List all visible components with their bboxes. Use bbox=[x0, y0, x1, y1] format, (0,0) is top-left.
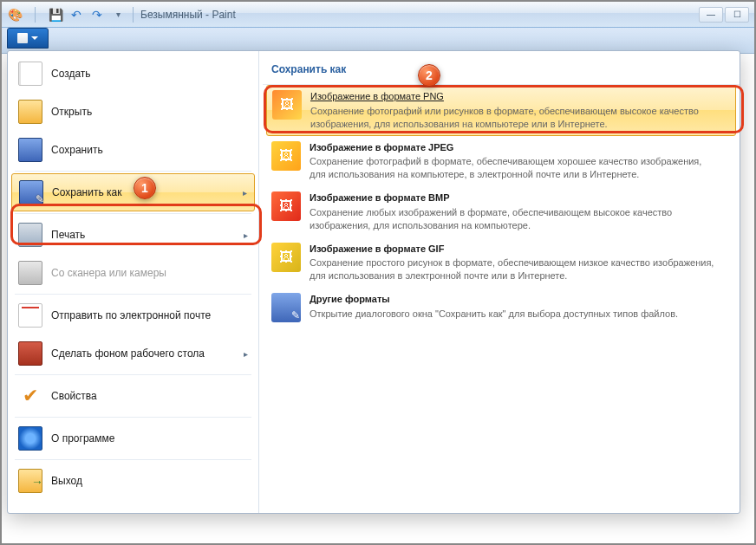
save-icon[interactable]: 💾 bbox=[48, 7, 63, 23]
menu-item-label: Печать bbox=[51, 229, 85, 241]
undo-icon[interactable]: ↶ bbox=[68, 7, 84, 23]
format-desc: Сохранение фотографий или рисунков в фор… bbox=[310, 105, 718, 131]
menu-divider bbox=[15, 171, 251, 172]
save-as-icon bbox=[19, 180, 43, 204]
bmp-format-icon: 🖼 bbox=[271, 191, 301, 221]
window-title: Безымянный - Paint bbox=[140, 9, 236, 21]
menu-item-save-as[interactable]: Сохранить как ▸ bbox=[11, 173, 255, 211]
menu-divider bbox=[15, 213, 251, 214]
format-text: Изображение в формате JPEG Сохранение фо… bbox=[310, 141, 717, 182]
desktop-bg-icon bbox=[18, 341, 42, 366]
chevron-down-icon bbox=[31, 36, 38, 40]
new-file-icon bbox=[18, 62, 42, 86]
minimize-button[interactable]: — bbox=[699, 7, 723, 23]
jpeg-format-icon: 🖼 bbox=[271, 141, 301, 171]
save-disk-icon bbox=[18, 138, 42, 162]
envelope-icon bbox=[18, 303, 42, 328]
png-format-icon: 🖼 bbox=[272, 90, 302, 120]
title-bar: 🎨 💾 ↶ ↷ ▾ Безымянный - Paint — ☐ bbox=[2, 2, 754, 28]
menu-item-about[interactable]: О программе bbox=[8, 419, 258, 457]
format-title: Изображение в формате GIF bbox=[310, 243, 717, 256]
menu-divider bbox=[15, 417, 251, 418]
menu-item-scanner: Со сканера или камеры bbox=[8, 254, 258, 292]
menu-item-label: Открыть bbox=[51, 106, 92, 118]
quick-access-toolbar: 🎨 💾 ↶ ↷ ▾ bbox=[7, 7, 126, 23]
menu-item-send-email[interactable]: Отправить по электронной почте bbox=[8, 296, 258, 334]
printer-icon bbox=[18, 223, 42, 247]
paint-app-icon: 🎨 bbox=[7, 7, 23, 23]
format-option-gif[interactable]: 🖼 Изображение в формате GIF Сохранение п… bbox=[263, 237, 740, 289]
gif-format-icon: 🖼 bbox=[271, 243, 301, 272]
exit-icon bbox=[18, 469, 42, 493]
save-as-submenu: Сохранить как 🖼 Изображение в формате PN… bbox=[259, 51, 740, 513]
save-as-header: Сохранить как bbox=[263, 58, 740, 85]
annotation-badge-1: 1 bbox=[134, 177, 156, 199]
menu-item-label: Сделать фоном рабочего стола bbox=[51, 347, 205, 360]
other-formats-icon bbox=[271, 293, 301, 322]
checkmark-icon: ✔ bbox=[18, 384, 42, 408]
format-desc: Открытие диалогового окна "Сохранить как… bbox=[310, 308, 678, 321]
menu-item-label: Свойства bbox=[51, 390, 97, 402]
chevron-right-icon: ▸ bbox=[244, 349, 248, 359]
menu-item-label: Создать bbox=[51, 68, 91, 80]
chevron-right-icon: ▸ bbox=[243, 188, 247, 198]
menu-item-label: Со сканера или камеры bbox=[51, 267, 166, 279]
info-icon bbox=[18, 426, 42, 451]
redo-icon[interactable]: ↷ bbox=[89, 7, 105, 23]
file-tab[interactable] bbox=[7, 28, 49, 49]
format-text: Другие форматы Открытие диалогового окна… bbox=[310, 293, 678, 322]
menu-item-properties[interactable]: ✔ Свойства bbox=[8, 377, 258, 415]
menu-divider bbox=[15, 374, 251, 375]
menu-item-label: О программе bbox=[51, 432, 114, 444]
menu-item-open[interactable]: Открыть bbox=[8, 93, 258, 131]
format-option-png[interactable]: 🖼 Изображение в формате PNG Сохранение ф… bbox=[266, 85, 736, 136]
menu-item-label: Отправить по электронной почте bbox=[51, 309, 211, 321]
format-text: Изображение в формате GIF Сохранение про… bbox=[310, 243, 717, 283]
format-text: Изображение в формате BMP Сохранение люб… bbox=[310, 191, 717, 232]
scanner-icon bbox=[18, 261, 42, 285]
chevron-right-icon: ▸ bbox=[244, 230, 248, 240]
menu-divider bbox=[15, 459, 251, 460]
menu-item-new[interactable]: Создать bbox=[8, 55, 258, 93]
format-option-bmp[interactable]: 🖼 Изображение в формате BMP Сохранение л… bbox=[263, 186, 740, 237]
window-controls: — ☐ bbox=[697, 7, 749, 23]
file-menu-list: Создать Открыть Сохранить Сохранить как … bbox=[8, 51, 259, 513]
format-option-jpeg[interactable]: 🖼 Изображение в формате JPEG Сохранение … bbox=[263, 136, 740, 187]
format-desc: Сохранение простого рисунок в формате, о… bbox=[310, 256, 717, 282]
menu-divider bbox=[15, 294, 251, 295]
menu-item-set-desktop-bg[interactable]: Сделать фоном рабочего стола ▸ bbox=[8, 334, 258, 373]
maximize-button[interactable]: ☐ bbox=[725, 7, 749, 23]
format-option-other[interactable]: Другие форматы Открытие диалогового окна… bbox=[263, 288, 740, 328]
qat-separator bbox=[35, 7, 36, 23]
menu-item-print[interactable]: Печать ▸ bbox=[8, 216, 258, 254]
menu-item-label: Сохранить bbox=[51, 144, 103, 156]
menu-item-exit[interactable]: Выход bbox=[8, 462, 258, 500]
format-title: Изображение в формате JPEG bbox=[310, 141, 717, 154]
menu-item-save[interactable]: Сохранить bbox=[8, 131, 258, 169]
title-separator bbox=[133, 7, 134, 23]
format-title: Изображение в формате PNG bbox=[310, 90, 718, 103]
format-title: Другие форматы bbox=[310, 293, 678, 306]
open-folder-icon bbox=[18, 100, 42, 124]
qat-customize-icon[interactable]: ▾ bbox=[110, 7, 126, 23]
format-desc: Сохранение фотографий в формате, обеспеч… bbox=[310, 155, 717, 181]
format-desc: Сохранение любых изображений в формате, … bbox=[310, 206, 717, 232]
format-text: Изображение в формате PNG Сохранение фот… bbox=[310, 90, 718, 131]
annotation-badge-2: 2 bbox=[418, 64, 440, 87]
menu-item-label: Сохранить как bbox=[52, 186, 121, 198]
menu-item-label: Выход bbox=[51, 475, 82, 487]
file-menu-panel: Создать Открыть Сохранить Сохранить как … bbox=[7, 50, 740, 514]
file-tab-doc-icon bbox=[17, 33, 28, 43]
format-title: Изображение в формате BMP bbox=[310, 191, 717, 204]
